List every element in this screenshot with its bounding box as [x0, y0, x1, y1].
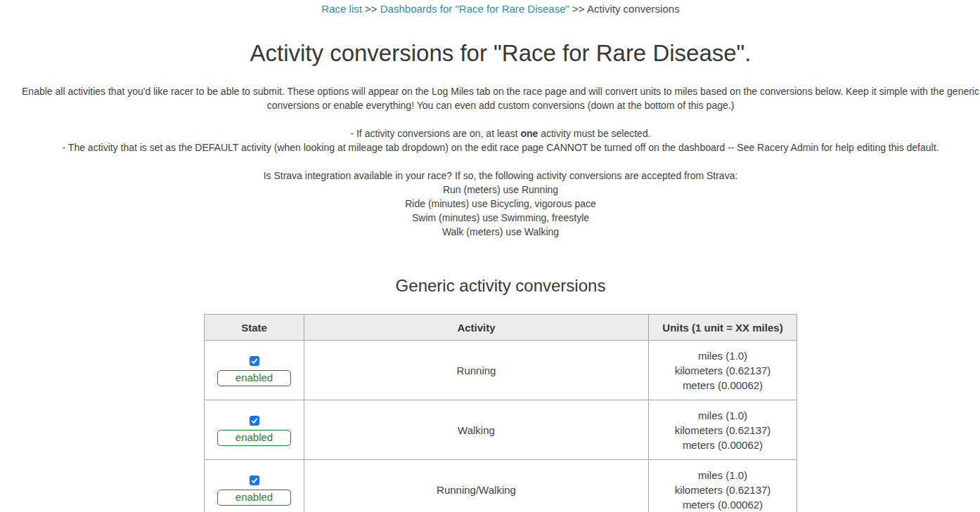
units-cell: miles (1.0) kilometers (0.62137) meters …	[649, 400, 797, 460]
unit-kilometers: kilometers (0.62137)	[650, 483, 796, 497]
breadcrumb-separator: >>	[572, 3, 585, 15]
note1-prefix: - If activity conversions are on, at lea…	[350, 128, 520, 139]
page-title: Activity conversions for "Race for Rare …	[0, 39, 980, 67]
unit-miles: miles (1.0)	[650, 468, 796, 483]
table-row-walking: enabled Walking miles (1.0) kilometers (…	[205, 400, 797, 460]
table-header-row: State Activity Units (1 unit = XX miles)	[205, 315, 797, 341]
strava-line: Walk (meters) use Walking	[7, 225, 980, 239]
unit-kilometers: kilometers (0.62137)	[650, 423, 796, 438]
unit-meters: meters (0.00062)	[650, 378, 796, 393]
activity-conversions-table: State Activity Units (1 unit = XX miles)…	[204, 314, 797, 512]
strava-line: Swim (minutes) use Swimming, freestyle	[7, 211, 980, 225]
breadcrumb-current: Activity conversions	[587, 3, 680, 15]
state-cell: enabled	[205, 460, 304, 512]
checkmark-icon	[251, 417, 258, 424]
header-units: Units (1 unit = XX miles)	[649, 315, 797, 341]
checkmark-icon	[251, 357, 258, 365]
strava-paragraph: Is Strava integration available in your …	[0, 169, 980, 239]
activity-enabled-checkbox[interactable]	[250, 475, 259, 485]
activity-enabled-checkbox[interactable]	[250, 356, 259, 366]
activity-enabled-checkbox[interactable]	[250, 416, 259, 426]
unit-miles: miles (1.0)	[650, 408, 796, 423]
note1-suffix: activity must be selected.	[538, 128, 650, 139]
notes-paragraph: - If activity conversions are on, at lea…	[0, 126, 980, 155]
state-cell: enabled	[205, 341, 304, 400]
breadcrumb: Race list >> Dashboards for "Race for Ra…	[0, 0, 980, 15]
note1-bold: one	[520, 128, 538, 139]
state-cell: enabled	[205, 400, 304, 460]
header-activity: Activity	[304, 315, 649, 341]
activity-cell: Running	[304, 341, 649, 400]
table-row-running: enabled Running miles (1.0) kilometers (…	[205, 341, 797, 400]
strava-line: Ride (minutes) use Bicycling, vigorous p…	[7, 197, 980, 211]
units-cell: miles (1.0) kilometers (0.62137) meters …	[649, 460, 797, 512]
strava-intro-line: Is Strava integration available in your …	[7, 169, 980, 183]
breadcrumb-separator: >>	[365, 3, 378, 15]
note-default-activity: - The activity that is set as the DEFAUL…	[7, 140, 980, 155]
enabled-badge[interactable]: enabled	[217, 370, 291, 386]
checkmark-icon	[251, 477, 258, 484]
breadcrumb-link-dashboards[interactable]: Dashboards for "Race for Rare Disease"	[380, 3, 569, 15]
unit-meters: meters (0.00062)	[650, 497, 796, 512]
enabled-badge[interactable]: enabled	[217, 430, 291, 446]
unit-miles: miles (1.0)	[650, 348, 796, 363]
unit-meters: meters (0.00062)	[650, 438, 796, 452]
activity-cell: Running/Walking	[304, 460, 649, 512]
breadcrumb-link-race-list[interactable]: Race list	[321, 3, 362, 15]
strava-line: Run (meters) use Running	[7, 183, 980, 197]
units-cell: miles (1.0) kilometers (0.62137) meters …	[649, 341, 797, 400]
table-row-running-walking: enabled Running/Walking miles (1.0) kilo…	[205, 460, 797, 512]
note-conversions-on: - If activity conversions are on, at lea…	[7, 126, 980, 140]
page: Race list >> Dashboards for "Race for Ra…	[0, 0, 980, 512]
enabled-badge[interactable]: enabled	[217, 490, 291, 506]
header-state: State	[205, 315, 304, 341]
section-title-generic-conversions: Generic activity conversions	[0, 275, 980, 296]
activity-cell: Walking	[304, 400, 649, 460]
intro-paragraph: Enable all activities that you'd like ra…	[0, 84, 980, 112]
unit-kilometers: kilometers (0.62137)	[650, 363, 796, 378]
